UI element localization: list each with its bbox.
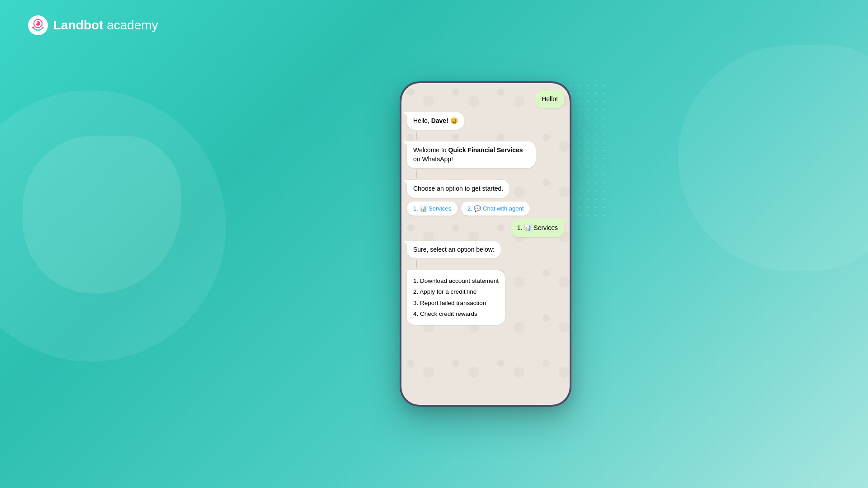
user-services-reply-bubble: 1. 📊 Services	[511, 219, 564, 237]
svg-rect-5	[32, 27, 34, 28]
bot-choose-bubble: Choose an option to get started.	[407, 180, 509, 198]
chat-divider-1	[416, 131, 417, 140]
service-item-4: 4. Check credit rewards	[413, 309, 499, 319]
bot-sure-text: Sure, select an option below:	[413, 246, 495, 253]
landbot-logo-icon	[27, 14, 49, 36]
option-services-button[interactable]: 1. 📊 Services	[407, 202, 458, 216]
option-services-label: 1. 📊 Services	[413, 205, 451, 212]
bot-welcome-bubble: Welcome to Quick Financial Services on W…	[407, 141, 536, 168]
logo-academy-text: academy	[103, 18, 158, 32]
chat-area: Hello! Hello, Dave! 😀 Welcome to Quick F…	[401, 83, 570, 405]
bot-greeting-text: Hello, Dave! 😀	[413, 117, 458, 124]
bot-choose-text: Choose an option to get started.	[413, 185, 503, 192]
svg-rect-6	[42, 27, 44, 28]
header: Landbot academy	[27, 14, 158, 36]
options-row: 1. 📊 Services 2. 💬 Chat with agent	[407, 202, 530, 216]
service-item-2: 2. Apply for a credit line	[413, 286, 499, 297]
service-item-3: 3. Report failed transaction	[413, 298, 499, 309]
bot-greeting-bubble: Hello, Dave! 😀	[407, 112, 464, 130]
phone-frame: Hello! Hello, Dave! 😀 Welcome to Quick F…	[400, 81, 571, 407]
logo-brand-name: Landbot	[53, 18, 103, 32]
logo-text: Landbot academy	[53, 18, 158, 33]
user-services-reply-text: 1. 📊 Services	[517, 224, 558, 231]
user-hello-bubble: Hello!	[535, 90, 564, 108]
bg-blob-right	[678, 45, 868, 271]
option-chat-agent-button[interactable]: 2. 💬 Chat with agent	[461, 202, 530, 216]
user-hello-text: Hello!	[542, 95, 558, 103]
bot-welcome-text: Welcome to Quick Financial Services on W…	[413, 146, 523, 163]
phone-screen: Hello! Hello, Dave! 😀 Welcome to Quick F…	[401, 83, 570, 405]
bot-sure-bubble: Sure, select an option below:	[407, 241, 501, 259]
svg-point-4	[36, 22, 38, 23]
chat-divider-3	[416, 260, 417, 268]
option-chat-agent-label: 2. 💬 Chat with agent	[467, 205, 524, 212]
phone-mockup: Hello! Hello, Dave! 😀 Welcome to Quick F…	[400, 81, 571, 407]
services-list-bubble: 1. Download account statement 2. Apply f…	[407, 270, 505, 325]
chat-divider-2	[416, 170, 417, 178]
service-item-1: 1. Download account statement	[413, 276, 499, 286]
